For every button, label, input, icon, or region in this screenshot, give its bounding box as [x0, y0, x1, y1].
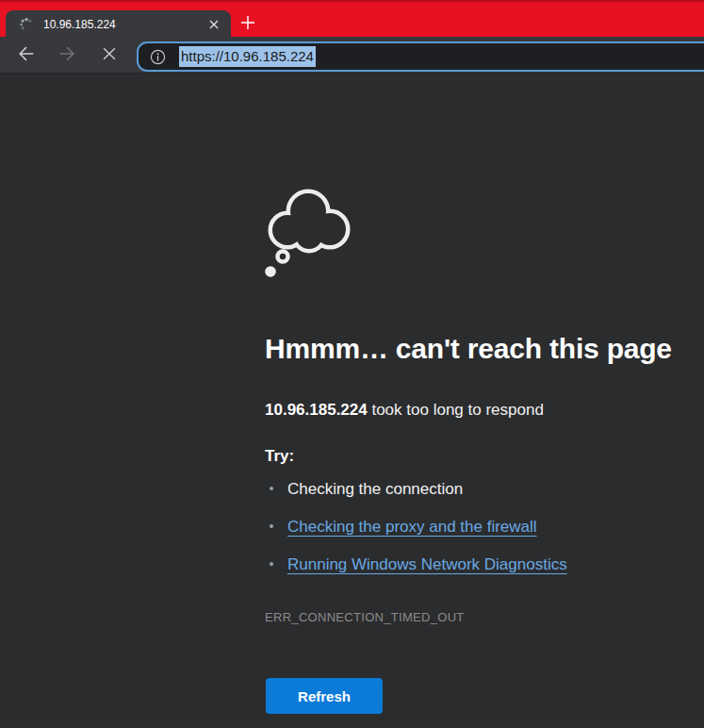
tab-close-icon[interactable] — [205, 16, 222, 33]
loading-spinner-icon — [19, 17, 34, 32]
try-label: Try: — [265, 447, 294, 466]
suggestion-item: Running Windows Network Diagnostics — [265, 555, 567, 572]
network-diagnostics-link[interactable]: Running Windows Network Diagnostics — [287, 555, 567, 573]
browser-toolbar: https://10.96.185.224 — [0, 37, 704, 74]
stop-button[interactable] — [97, 43, 122, 68]
info-icon[interactable] — [149, 48, 167, 66]
window-frame: 10.96.185.224 — [0, 0, 704, 37]
forward-arrow-icon — [57, 43, 77, 68]
tab-title: 10.96.185.224 — [43, 18, 205, 31]
error-page-title: Hmmm… can't reach this page — [265, 333, 672, 365]
proxy-firewall-link[interactable]: Checking the proxy and the firewall — [287, 518, 537, 536]
plus-icon — [239, 14, 256, 35]
new-tab-button[interactable] — [237, 14, 258, 35]
error-subtitle-text: took too long to respond — [368, 401, 544, 419]
error-host: 10.96.185.224 — [265, 401, 368, 419]
refresh-button[interactable]: Refresh — [266, 678, 383, 714]
stop-x-icon — [100, 44, 119, 67]
error-code: ERR_CONNECTION_TIMED_OUT — [265, 610, 465, 624]
thought-cloud-icon — [264, 188, 352, 280]
address-bar[interactable]: https://10.96.185.224 — [137, 41, 704, 72]
back-arrow-icon — [16, 43, 37, 68]
error-subtitle: 10.96.185.224 took too long to respond — [265, 401, 544, 420]
suggestion-item: Checking the connection — [265, 480, 567, 497]
suggestion-item: Checking the proxy and the firewall — [265, 518, 567, 535]
suggestion-text: Checking the connection — [287, 480, 463, 498]
browser-tab[interactable]: 10.96.185.224 — [6, 10, 231, 39]
back-button[interactable] — [14, 43, 39, 68]
url-text-selected[interactable]: https://10.96.185.224 — [179, 46, 316, 67]
forward-button[interactable] — [55, 43, 79, 68]
suggestion-list: Checking the connection Checking the pro… — [265, 480, 567, 593]
